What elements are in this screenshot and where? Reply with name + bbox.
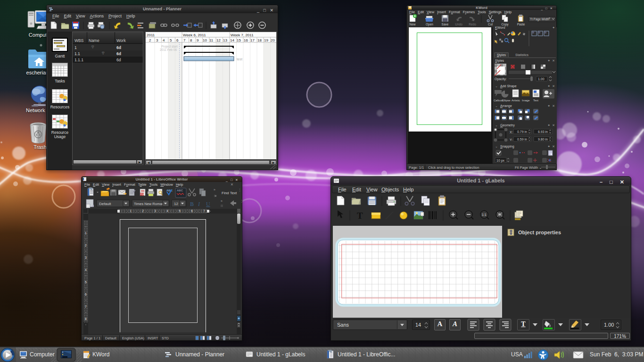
svg-text:9: 9 [197, 38, 199, 42]
svg-text:X:: X: [510, 131, 513, 134]
svg-text:T: T [357, 211, 363, 221]
svg-text:8: 8 [85, 317, 87, 321]
svg-text:7: 7 [203, 209, 205, 213]
svg-text:6: 6 [176, 38, 179, 42]
svg-text:Image: Image [522, 99, 530, 102]
svg-text:Tt Page Width: Tt Page Width [530, 17, 550, 21]
svg-text:»: » [221, 199, 223, 203]
svg-text:7: 7 [183, 38, 186, 42]
svg-text:Cut: Cut [488, 23, 493, 26]
svg-text:Undo: Undo [455, 23, 462, 26]
svg-text:19: 19 [264, 38, 268, 42]
svg-text:3: 3 [85, 256, 87, 259]
svg-text:⋮: ⋮ [240, 199, 243, 203]
svg-text:5: 5 [85, 280, 87, 284]
svg-text:Open: Open [426, 23, 433, 26]
svg-text:16: 16 [244, 38, 248, 42]
svg-text:test: test [237, 57, 243, 61]
svg-text:1.00: 1.00 [538, 77, 545, 81]
svg-text:Times New Roman: Times New Roman [134, 202, 164, 206]
svg-text:11: 11 [209, 38, 214, 42]
svg-text:Text: Text [533, 99, 538, 102]
svg-text:15: 15 [237, 38, 241, 42]
svg-text:2: 2 [142, 209, 144, 213]
svg-text:10: 10 [203, 38, 207, 42]
svg-text:12: 12 [216, 38, 221, 42]
svg-text:9.80 in: 9.80 in [538, 138, 548, 141]
svg-text:Paste: Paste [517, 23, 525, 26]
svg-text:2: 2 [149, 38, 151, 42]
svg-text:Ellipse: Ellipse [502, 99, 511, 102]
svg-text:ABC: ABC [166, 189, 173, 192]
svg-text:1:1: 1:1 [482, 213, 487, 216]
svg-text:⋮: ⋮ [238, 188, 241, 191]
svg-text:7: 7 [85, 305, 87, 308]
svg-text:4: 4 [166, 209, 168, 213]
svg-text:12: 12 [174, 202, 178, 206]
svg-text:U: U [206, 201, 210, 207]
svg-text:I: I [198, 201, 200, 207]
svg-text:4: 4 [163, 38, 165, 42]
svg-text:Y:: Y: [510, 138, 512, 141]
svg-text:Artistic: Artistic [512, 99, 520, 102]
svg-text:10 px: 10 px [496, 159, 505, 163]
svg-text:Week 6, 2011: Week 6, 2011 [183, 33, 206, 37]
svg-text:Week 7, 2011: Week 7, 2011 [231, 33, 254, 37]
svg-text:4: 4 [85, 268, 87, 272]
svg-text:20: 20 [271, 38, 275, 42]
svg-text:13: 13 [223, 38, 227, 42]
svg-text:New: New [409, 23, 415, 26]
svg-text:3: 3 [156, 38, 158, 42]
svg-text:0.59 in: 0.59 in [517, 138, 527, 141]
svg-text:17: 17 [250, 38, 255, 42]
svg-text:B: B [190, 201, 194, 207]
svg-text:PDF: PDF [140, 193, 145, 196]
svg-text:5: 5 [179, 209, 181, 213]
svg-text:6: 6 [85, 293, 87, 296]
svg-text:3: 3 [154, 209, 156, 213]
svg-text:Save: Save [442, 23, 449, 26]
svg-text:2011 Feb 06: 2011 Feb 06 [160, 48, 177, 51]
svg-text:0.79 in: 0.79 in [517, 130, 527, 133]
svg-text:2011: 2011 [147, 33, 155, 37]
svg-text:1: 1 [85, 231, 87, 235]
svg-text:»: » [214, 188, 215, 191]
svg-text:Opacity:: Opacity: [495, 77, 507, 81]
svg-text:Find Text: Find Text [222, 191, 237, 195]
svg-text:6.93 in: 6.93 in [538, 130, 548, 133]
svg-text:Callout: Callout [494, 99, 503, 102]
svg-text:8: 8 [190, 38, 192, 42]
svg-text:6: 6 [191, 209, 193, 213]
svg-text:14: 14 [230, 38, 234, 42]
svg-text:Default: Default [99, 202, 111, 206]
svg-text:ABC: ABC [177, 189, 183, 192]
svg-text:1: 1 [130, 209, 132, 213]
svg-text:18: 18 [257, 38, 262, 42]
svg-text:Redo: Redo [469, 23, 476, 26]
svg-text:5: 5 [170, 38, 172, 42]
svg-text:2: 2 [85, 244, 87, 247]
